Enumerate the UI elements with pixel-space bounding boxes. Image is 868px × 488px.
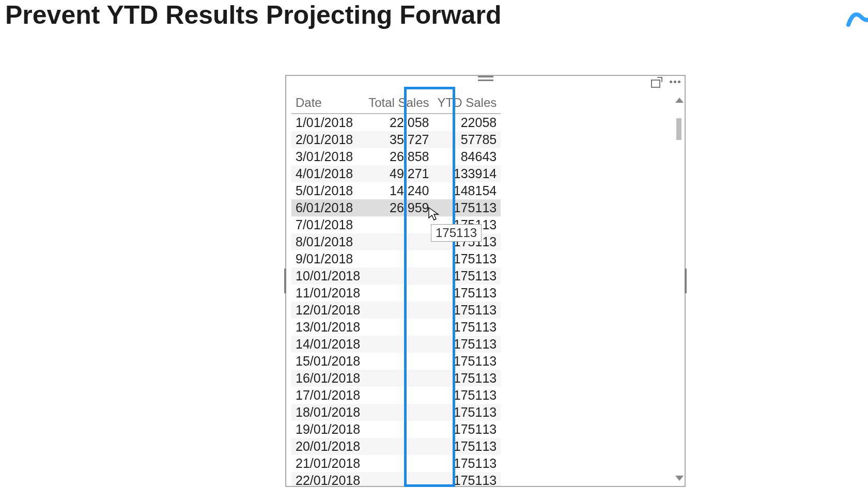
- cell-ytd-sales[interactable]: 175113: [433, 438, 501, 455]
- cell-date[interactable]: 2/01/2018: [291, 131, 364, 148]
- cell-total-sales[interactable]: [364, 455, 433, 472]
- cell-total-sales[interactable]: [364, 404, 433, 421]
- cell-total-sales[interactable]: [364, 353, 433, 370]
- cell-ytd-sales[interactable]: 57785: [433, 131, 501, 148]
- cell-total-sales[interactable]: [364, 421, 433, 438]
- cell-total-sales[interactable]: [364, 319, 433, 336]
- cell-total-sales[interactable]: [364, 438, 433, 455]
- cell-total-sales[interactable]: [364, 387, 433, 404]
- cell-ytd-sales[interactable]: 84643: [433, 148, 501, 165]
- cell-total-sales[interactable]: [364, 233, 433, 250]
- cell-ytd-sales[interactable]: 175113: [433, 250, 501, 267]
- table-row[interactable]: 4/01/201849,271133914: [291, 165, 501, 182]
- cell-date[interactable]: 11/01/2018: [291, 285, 364, 302]
- table-row[interactable]: 21/01/2018175113: [291, 455, 501, 472]
- resize-handle-right[interactable]: [685, 269, 687, 293]
- cell-ytd-sales[interactable]: 22058: [433, 114, 501, 131]
- cell-total-sales[interactable]: 14,240: [364, 182, 433, 199]
- cell-total-sales[interactable]: 49,271: [364, 165, 433, 182]
- cell-date[interactable]: 19/01/2018: [291, 421, 364, 438]
- cell-total-sales[interactable]: [364, 472, 433, 486]
- cell-ytd-sales[interactable]: 175113: [433, 421, 501, 438]
- cell-total-sales[interactable]: [364, 336, 433, 353]
- table-row[interactable]: 14/01/2018175113: [291, 336, 501, 353]
- cell-ytd-sales[interactable]: 148154: [433, 182, 501, 199]
- table-row[interactable]: 19/01/2018175113: [291, 421, 501, 438]
- cell-date[interactable]: 9/01/2018: [291, 250, 364, 267]
- cell-ytd-sales[interactable]: 175113: [433, 336, 501, 353]
- cell-ytd-sales[interactable]: 175113: [433, 472, 501, 486]
- table-row[interactable]: 16/01/2018175113: [291, 370, 501, 387]
- cell-ytd-sales[interactable]: 175113: [433, 285, 501, 302]
- column-header-total-sales[interactable]: Total Sales: [364, 93, 433, 114]
- cell-total-sales[interactable]: 35,727: [364, 131, 433, 148]
- cell-date[interactable]: 21/01/2018: [291, 455, 364, 472]
- cell-date[interactable]: 13/01/2018: [291, 319, 364, 336]
- scroll-up-arrow-icon[interactable]: [675, 98, 684, 103]
- table-row[interactable]: 11/01/2018175113: [291, 285, 501, 302]
- table-row[interactable]: 20/01/2018175113: [291, 438, 501, 455]
- cell-ytd-sales[interactable]: 175113: [433, 387, 501, 404]
- more-options-icon[interactable]: [670, 81, 680, 83]
- table-row[interactable]: 9/01/2018175113: [291, 250, 501, 267]
- cell-date[interactable]: 4/01/2018: [291, 165, 364, 182]
- cell-total-sales[interactable]: [364, 370, 433, 387]
- cell-ytd-sales[interactable]: 175113: [433, 370, 501, 387]
- cell-date[interactable]: 17/01/2018: [291, 387, 364, 404]
- cell-ytd-sales[interactable]: 175113: [433, 199, 501, 216]
- cell-total-sales[interactable]: 26,959: [364, 199, 433, 216]
- cell-total-sales[interactable]: [364, 216, 433, 233]
- cell-total-sales[interactable]: [364, 285, 433, 302]
- table-row[interactable]: 1/01/201822,05822058: [291, 114, 501, 131]
- cell-ytd-sales[interactable]: 175113: [433, 267, 501, 285]
- cell-total-sales[interactable]: 22,058: [364, 114, 433, 131]
- table-row[interactable]: 6/01/201826,959175113: [291, 199, 501, 216]
- vertical-scrollbar[interactable]: [674, 93, 685, 486]
- focus-mode-icon[interactable]: [651, 77, 662, 86]
- table-row[interactable]: 5/01/201814,240148154: [291, 182, 501, 199]
- drag-handle-icon[interactable]: [478, 76, 493, 81]
- cell-date[interactable]: 22/01/2018: [291, 472, 364, 486]
- cell-ytd-sales[interactable]: 175113: [433, 455, 501, 472]
- cell-date[interactable]: 1/01/2018: [291, 114, 364, 131]
- cell-date[interactable]: 5/01/2018: [291, 182, 364, 199]
- scrollbar-thumb[interactable]: [676, 118, 681, 140]
- table-visual-container[interactable]: Date Total Sales YTD Sales 1/01/201822,0…: [285, 75, 686, 487]
- table-row[interactable]: 17/01/2018175113: [291, 387, 501, 404]
- table-row[interactable]: 15/01/2018175113: [291, 353, 501, 370]
- table-row[interactable]: 22/01/2018175113: [291, 472, 501, 486]
- cell-date[interactable]: 18/01/2018: [291, 404, 364, 421]
- cell-ytd-sales[interactable]: 175113: [433, 319, 501, 336]
- cell-date[interactable]: 14/01/2018: [291, 336, 364, 353]
- table-row[interactable]: 12/01/2018175113: [291, 302, 501, 319]
- cell-date[interactable]: 10/01/2018: [291, 267, 364, 285]
- column-header-date[interactable]: Date: [291, 93, 364, 114]
- cell-total-sales[interactable]: [364, 302, 433, 319]
- cell-ytd-sales[interactable]: 175113: [433, 353, 501, 370]
- table-row[interactable]: 18/01/2018175113: [291, 404, 501, 421]
- table-row[interactable]: 10/01/2018175113: [291, 267, 501, 285]
- cell-date[interactable]: 12/01/2018: [291, 302, 364, 319]
- cell-date[interactable]: 16/01/2018: [291, 370, 364, 387]
- resize-handle-left[interactable]: [284, 269, 286, 293]
- table-row[interactable]: 13/01/2018175113: [291, 319, 501, 336]
- table-row[interactable]: 3/01/201826,85884643: [291, 148, 501, 165]
- cell-date[interactable]: 20/01/2018: [291, 438, 364, 455]
- cell-date[interactable]: 7/01/2018: [291, 216, 364, 233]
- cell-total-sales[interactable]: [364, 267, 433, 285]
- cell-ytd-sales[interactable]: 175113: [433, 404, 501, 421]
- cell-date[interactable]: 6/01/2018: [291, 199, 364, 216]
- table-row[interactable]: 2/01/201835,72757785: [291, 131, 501, 148]
- cell-ytd-sales[interactable]: 175113: [433, 302, 501, 319]
- cell-date[interactable]: 15/01/2018: [291, 353, 364, 370]
- table-header-row[interactable]: Date Total Sales YTD Sales: [291, 93, 501, 114]
- data-table[interactable]: Date Total Sales YTD Sales 1/01/201822,0…: [291, 93, 501, 486]
- cell-date[interactable]: 3/01/2018: [291, 148, 364, 165]
- cell-total-sales[interactable]: 26,858: [364, 148, 433, 165]
- column-header-ytd-sales[interactable]: YTD Sales: [433, 93, 501, 114]
- cell-total-sales[interactable]: [364, 250, 433, 267]
- scroll-down-arrow-icon[interactable]: [675, 476, 684, 481]
- table-scroll-area[interactable]: Date Total Sales YTD Sales 1/01/201822,0…: [291, 93, 673, 486]
- cell-date[interactable]: 8/01/2018: [291, 233, 364, 250]
- cell-ytd-sales[interactable]: 133914: [433, 165, 501, 182]
